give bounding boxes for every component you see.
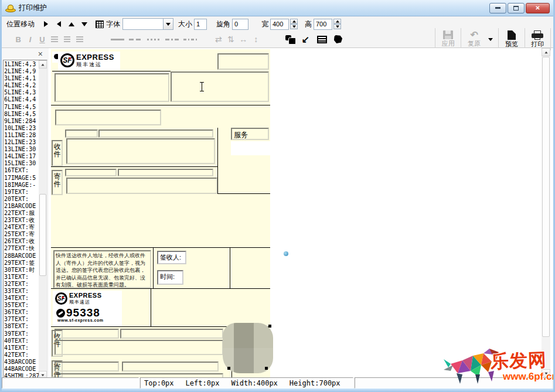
line-style-solid-icon[interactable] <box>111 39 124 40</box>
font-combobox[interactable] <box>122 18 173 30</box>
field-box[interactable] <box>171 71 269 102</box>
layer-list-item[interactable]: 2LINE:4,9 <box>4 68 39 75</box>
scroll-down-button[interactable] <box>542 369 550 377</box>
time-box[interactable]: 时间: <box>157 270 183 285</box>
layer-list-item[interactable]: 4LINE:4,2 <box>4 82 39 89</box>
textbox-icon[interactable] <box>317 36 326 43</box>
divider-line[interactable] <box>51 105 270 105</box>
service-box[interactable]: 服务 <box>231 128 269 140</box>
height-input[interactable] <box>314 19 332 30</box>
selection-handle[interactable] <box>265 367 268 370</box>
field-box[interactable] <box>55 73 169 102</box>
waybill-label[interactable]: SF EXPRESS 顺丰速运 服务 收件 <box>51 49 270 377</box>
field-box[interactable] <box>118 169 213 176</box>
field-box[interactable] <box>120 329 223 339</box>
layer-list-item[interactable]: 26TEXT:收 <box>4 238 39 245</box>
layer-list-item[interactable]: 27TEXT:快 <box>4 245 39 252</box>
width-input[interactable] <box>270 19 289 30</box>
layer-list-item[interactable]: 8LINE:4,5 <box>4 111 39 118</box>
selection-handle[interactable] <box>227 367 230 370</box>
delivery-notice-text[interactable]: 快件送达收件人地址，经收件人或收件人（寄件人）允许的代收人签字，视为送达。您的签… <box>53 250 151 288</box>
layer-list-item[interactable]: 7LINE:4,5 <box>4 104 39 111</box>
layer-list-item[interactable]: 39TEXT: <box>4 330 39 338</box>
layer-list-item[interactable]: 37TEXT: <box>4 316 39 323</box>
waybill-number-box[interactable] <box>217 53 269 70</box>
layer-list-item[interactable]: 5LINE:4,3 <box>4 89 39 96</box>
bold-button[interactable]: B <box>12 35 24 44</box>
underline-button[interactable]: U <box>36 35 48 44</box>
field-box[interactable] <box>55 329 119 339</box>
divider-line[interactable] <box>52 71 171 71</box>
layer-list-item[interactable]: 24TEXT:寄 <box>4 224 39 231</box>
signee-box[interactable]: 签收人: <box>157 251 186 264</box>
scrollbar-thumb[interactable] <box>39 194 46 276</box>
layer-list-item[interactable]: 18IMAGE:- <box>4 182 39 189</box>
layer-list-item[interactable]: 21BARCODE <box>4 203 39 210</box>
minimize-button[interactable] <box>489 3 506 13</box>
font-dropdown-button[interactable] <box>164 18 173 30</box>
layer-list-item[interactable]: 12LINE:23 <box>4 139 39 146</box>
field-box[interactable] <box>55 110 161 125</box>
layer-list-item[interactable]: 30TEXT:时 <box>4 267 39 274</box>
restore-dropdown-button[interactable] <box>485 34 496 45</box>
layer-list-item[interactable]: 16TEXT: <box>4 167 39 174</box>
design-canvas[interactable]: SF EXPRESS 顺丰速运 服务 收件 <box>49 48 550 377</box>
layer-list-item[interactable]: 19TEXT: <box>4 189 39 196</box>
field-box[interactable] <box>65 129 98 138</box>
size-input[interactable] <box>194 19 207 30</box>
line-style-dashdot-icon[interactable] <box>165 39 179 40</box>
divider-line[interactable] <box>153 247 154 288</box>
vertical-move-icon[interactable]: ⇅ <box>224 35 237 44</box>
align-left-icon[interactable] <box>51 36 58 43</box>
align-right-icon[interactable] <box>76 36 83 43</box>
sf-logo-hotline[interactable]: SF EXPRESS 顺丰速运 95338 www.sf-express.com <box>53 291 122 327</box>
move-up-button[interactable] <box>65 19 78 29</box>
divider-line[interactable] <box>51 166 217 167</box>
layer-list-item[interactable]: 28BARCODE <box>4 253 39 260</box>
move-right-button[interactable] <box>39 19 52 29</box>
divider-line[interactable] <box>51 288 270 289</box>
line-style-dash-icon[interactable] <box>129 39 142 40</box>
layer-list-item[interactable]: 35TEXT: <box>4 302 39 309</box>
layer-list-item[interactable]: 14LINE:17 <box>4 153 39 160</box>
layer-list-item[interactable]: 36TEXT: <box>4 309 39 316</box>
width-spinner[interactable] <box>290 19 298 29</box>
divider-line[interactable] <box>51 247 270 248</box>
canvas-scrollbar[interactable] <box>542 48 550 377</box>
layer-list-item[interactable]: 22TEXT:服 <box>4 210 39 217</box>
move-down-button[interactable] <box>78 19 91 29</box>
italic-button[interactable]: I <box>24 35 36 44</box>
layer-list-item[interactable]: 43BARCODE <box>4 359 39 366</box>
layer-list-item[interactable]: 32TEXT: <box>4 281 39 288</box>
panel-close-button[interactable]: × <box>38 50 43 57</box>
layer-list-item[interactable]: 13LINE:30 <box>4 146 39 153</box>
blue-marker-dot[interactable] <box>284 251 288 256</box>
align-center-icon[interactable] <box>64 36 71 43</box>
layer-list-item[interactable]: 1LINE:4,3 <box>4 61 39 68</box>
scrollbar-thumb[interactable] <box>542 57 550 337</box>
grid-icon[interactable] <box>96 21 104 28</box>
divider-line[interactable] <box>217 193 270 194</box>
layer-list-item[interactable]: 23TEXT:收 <box>4 217 39 224</box>
close-button[interactable]: ✕ <box>526 3 550 13</box>
layer-list-item[interactable]: 3LINE:4,1 <box>4 75 39 82</box>
field-box[interactable] <box>98 129 213 138</box>
sf-express-logo[interactable]: SF EXPRESS 顺丰速运 <box>58 52 120 70</box>
maximize-button[interactable] <box>508 3 525 13</box>
horizontal-size-icon[interactable]: ↔ <box>237 35 250 44</box>
layer-list-item[interactable]: 9LINE:284 <box>4 118 39 125</box>
layer-list-item[interactable]: 25TEXT:寄 <box>4 231 39 238</box>
selection-handle[interactable] <box>268 325 271 328</box>
layer-list-item[interactable]: 34TEXT: <box>4 295 39 302</box>
layer-list-item[interactable]: 40TEXT: <box>4 338 39 345</box>
recipient-label[interactable]: 收件 <box>52 140 63 166</box>
shape-icon[interactable] <box>334 35 342 43</box>
divider-line[interactable] <box>151 288 151 327</box>
layer-list-item[interactable]: 38TEXT: <box>4 323 39 330</box>
field-box[interactable] <box>65 169 117 176</box>
recipient-address-box[interactable] <box>66 138 215 164</box>
layer-list-item[interactable]: 41TEXT: <box>4 345 39 352</box>
sender-label[interactable]: 寄件 <box>52 170 63 195</box>
layer-list-item[interactable]: 15LINE:30 <box>4 160 39 167</box>
layer-list-item[interactable]: 33TEXT: <box>4 288 39 295</box>
